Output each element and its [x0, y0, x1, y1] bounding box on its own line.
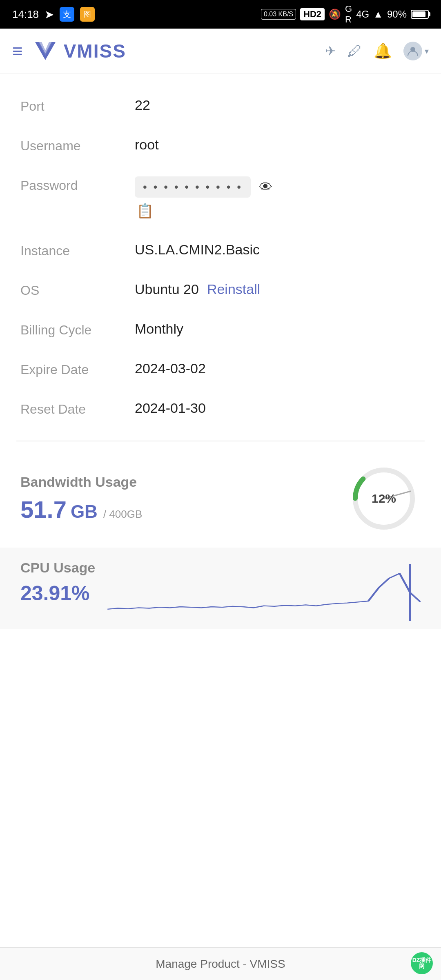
user-menu-button[interactable]: ▾	[403, 42, 429, 60]
signal-icon: GR	[345, 4, 352, 25]
cpu-header: CPU Usage 23.91%	[20, 560, 421, 621]
battery-icon	[411, 10, 429, 19]
port-row: Port 22	[20, 86, 421, 125]
bandwidth-section: Bandwidth Usage 51.7 GB / 400GB 12%	[0, 450, 441, 543]
bandwidth-percent-label: 12%	[372, 492, 396, 506]
status-left: 14:18 ➤ 支 图	[12, 7, 95, 22]
os-row: OS Ubuntu 20 Reinstall	[20, 270, 421, 310]
port-value: 22	[135, 97, 421, 113]
username-row: Username root	[20, 125, 421, 165]
hd2-badge: HD2	[300, 8, 325, 20]
reset-date-label: Reset Date	[20, 400, 135, 417]
hamburger-menu-button[interactable]: ≡	[12, 42, 23, 60]
username-value: root	[135, 137, 421, 153]
billing-cycle-row: Billing Cycle Monthly	[20, 310, 421, 349]
bandwidth-info: Bandwidth Usage 51.7 GB / 400GB	[20, 474, 347, 523]
port-label: Port	[20, 97, 135, 114]
os-label: OS	[20, 281, 135, 298]
send-status-icon: ➤	[45, 8, 54, 21]
time-display: 14:18	[12, 8, 39, 21]
billing-cycle-label: Billing Cycle	[20, 321, 135, 338]
yellow-app-icon: 图	[80, 7, 95, 22]
password-field-wrap: • • • • • • • • • • 👁 📋	[135, 176, 421, 219]
username-label: Username	[20, 137, 135, 154]
reset-date-row: Reset Date 2024-01-30	[20, 389, 421, 428]
server-info-section: Port 22 Username root Password • • • • •…	[0, 82, 441, 432]
user-caret-icon: ▾	[425, 46, 429, 56]
bandwidth-total: / 400GB	[103, 508, 142, 521]
expire-date-value: 2024-03-02	[135, 361, 421, 376]
watermark-icon: DZ插件网	[411, 952, 433, 974]
nav-header: ≡ VMISS ✈ 🖊 🔔 ▾	[0, 29, 441, 74]
4g-icon: 4G	[356, 9, 369, 20]
cpu-chart	[107, 564, 421, 621]
bottom-bar-label: Manage Product - VMISS	[156, 958, 285, 971]
vmiss-logo-icon	[31, 39, 60, 63]
password-row: Password • • • • • • • • • • 👁 📋	[20, 165, 421, 230]
nav-logo: VMISS	[31, 39, 317, 63]
section-divider	[16, 441, 425, 441]
main-content: Port 22 Username root Password • • • • •…	[0, 74, 441, 637]
instance-value: US.LA.CMIN2.Basic	[135, 242, 421, 258]
instance-label: Instance	[20, 242, 135, 258]
reinstall-button[interactable]: Reinstall	[207, 281, 260, 297]
vmiss-brand-name: VMISS	[64, 40, 126, 62]
pen-button[interactable]: 🖊	[347, 42, 362, 60]
user-avatar-icon	[403, 42, 422, 60]
bandwidth-used: 51.7	[20, 496, 67, 523]
os-value: Ubuntu 20	[135, 281, 199, 297]
cpu-section: CPU Usage 23.91%	[0, 548, 441, 629]
mute-icon: 🔕	[329, 9, 341, 20]
bandwidth-unit: GB	[71, 501, 98, 522]
speed-display: 0.03 KB/S	[261, 9, 296, 19]
watermark-text: DZ插件网	[411, 957, 433, 970]
status-bar: 14:18 ➤ 支 图 0.03 KB/S HD2 🔕 GR 4G ▲ 90%	[0, 0, 441, 29]
reset-date-value: 2024-01-30	[135, 400, 421, 416]
copy-password-button[interactable]: 📋	[136, 203, 421, 219]
signal-bars-icon: ▲	[373, 9, 383, 20]
nav-actions: ✈ 🖊 🔔 ▾	[325, 42, 429, 60]
os-value-wrap: Ubuntu 20 Reinstall	[135, 281, 421, 297]
bandwidth-value-row: 51.7 GB / 400GB	[20, 496, 347, 523]
bottom-navigation-bar: Manage Product - VMISS	[0, 947, 441, 980]
toggle-password-button[interactable]: 👁	[259, 179, 273, 195]
expire-date-row: Expire Date 2024-03-02	[20, 349, 421, 389]
watermark: DZ插件网	[411, 952, 433, 974]
cpu-value: 23.91%	[20, 581, 95, 605]
status-right: 0.03 KB/S HD2 🔕 GR 4G ▲ 90%	[261, 4, 429, 25]
cpu-info: CPU Usage 23.91%	[20, 560, 95, 605]
battery-percent: 90%	[387, 9, 407, 20]
password-dots: • • • • • • • • • •	[135, 176, 251, 198]
expire-date-label: Expire Date	[20, 361, 135, 377]
instance-row: Instance US.LA.CMIN2.Basic	[20, 230, 421, 270]
bell-button[interactable]: 🔔	[374, 42, 392, 60]
password-label: Password	[20, 176, 135, 193]
bandwidth-donut-chart: 12%	[347, 462, 421, 535]
alipay-icon: 支	[60, 7, 74, 22]
cpu-title: CPU Usage	[20, 560, 95, 576]
billing-cycle-value: Monthly	[135, 321, 421, 337]
send-button[interactable]: ✈	[325, 43, 336, 59]
bandwidth-title: Bandwidth Usage	[20, 474, 347, 490]
